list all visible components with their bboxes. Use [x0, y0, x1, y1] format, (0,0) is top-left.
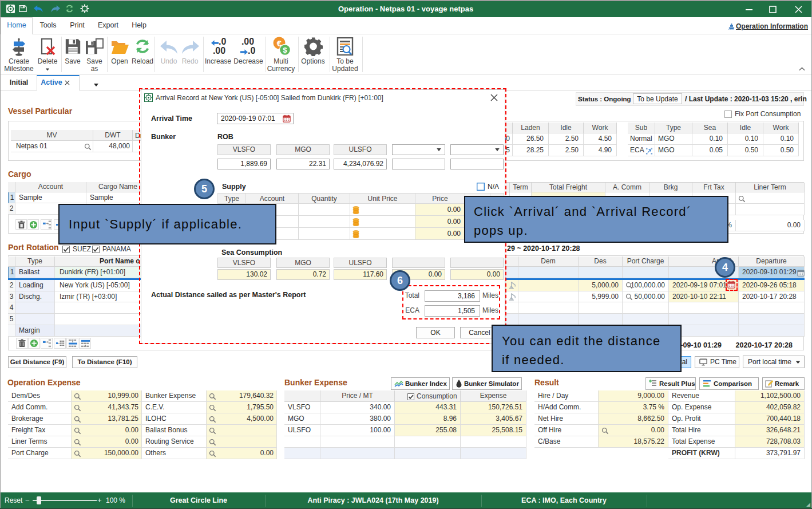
svg-text:$: $	[283, 46, 287, 54]
